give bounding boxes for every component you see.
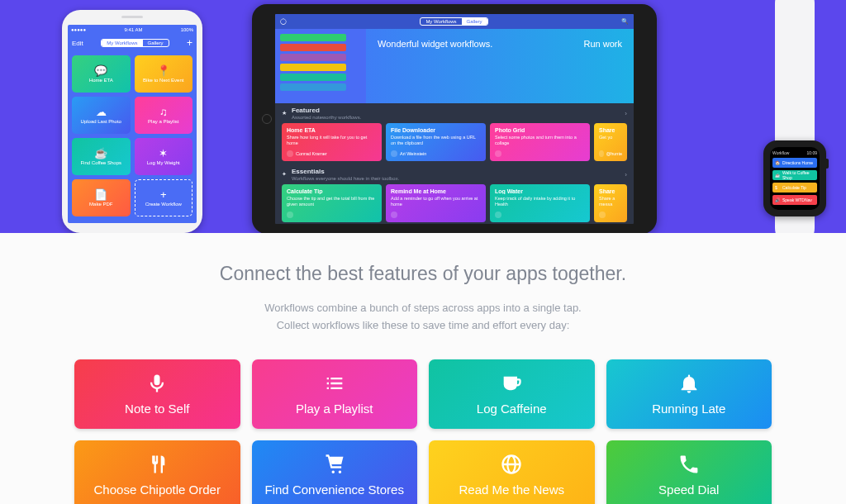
card-desc: Share a messa: [599, 196, 622, 207]
ipad-preview-rows: [275, 29, 366, 96]
banner-title: Wonderful widget workflows.: [378, 39, 492, 49]
edit-button[interactable]: Edit: [72, 40, 83, 47]
iphone-screen: ●●●●● 9:41 AM 100% Edit My Workflows Gal…: [68, 25, 197, 223]
iphone-tile[interactable]: 📍Bike to Next Event: [135, 55, 193, 93]
bell-icon: [677, 372, 701, 395]
avatar-icon: [391, 150, 397, 157]
avatar-icon: [599, 150, 604, 157]
watch-row-icon: $: [775, 185, 780, 190]
iphone-segmented-control[interactable]: My Workflows Gallery: [101, 39, 169, 47]
section-icon: ★: [282, 110, 287, 116]
tile-label: Note to Self: [125, 402, 189, 416]
iphone-speaker: [121, 16, 143, 18]
preview-row: [280, 34, 346, 41]
card-title: Home ETA: [287, 127, 377, 133]
iphone-tile[interactable]: 📄Make PDF: [72, 179, 131, 216]
watch-row-icon: 🏠: [775, 160, 780, 165]
workflow-tile[interactable]: Find Convenience Stores: [252, 440, 418, 504]
marketing-heading: Connect the best features of your apps t…: [0, 263, 846, 285]
preview-row: [280, 83, 346, 91]
tab-gallery[interactable]: Gallery: [462, 18, 487, 25]
marketing-subtext: Workflows combine a bunch of steps acros…: [0, 300, 846, 335]
iphone-tile[interactable]: 💬Home ETA: [72, 55, 131, 93]
battery-indicator: 100%: [181, 27, 193, 32]
ipad-segmented-control[interactable]: My Workflows Gallery: [420, 17, 487, 26]
gallery-card[interactable]: Photo Grid Select some photos and turn t…: [490, 123, 590, 161]
gallery-card[interactable]: Share Get yo @hunte: [594, 123, 627, 161]
ipad-banner[interactable]: Wonderful widget workflows. Run work: [366, 29, 634, 103]
gallery-card[interactable]: Calculate Tip Choose the tip and get the…: [282, 184, 382, 222]
workflow-tile[interactable]: Speed Dial: [606, 440, 772, 504]
tile-icon: ☁: [96, 107, 107, 117]
card-title: Share: [599, 188, 622, 194]
workflow-tile[interactable]: Note to Self: [74, 359, 240, 429]
watch-row[interactable]: ☕Walk to Coffee Shop: [772, 170, 817, 180]
watch-row[interactable]: 🔊Speak WTDNav: [772, 195, 817, 205]
watch-row-icon: 🔊: [775, 197, 780, 202]
tile-icon: 💬: [94, 65, 107, 76]
gallery-card[interactable]: Home ETA Share how long it will take for…: [282, 123, 382, 161]
section-title-wrap: Essentials Workflows everyone should hav…: [292, 168, 399, 181]
card-title: Log Water: [495, 188, 585, 194]
gallery-card[interactable]: Log Water Keep track of daily intake by …: [490, 184, 590, 222]
workflow-tile[interactable]: Choose Chipotle Order: [74, 440, 240, 504]
cup-icon: [500, 372, 523, 395]
user-icon[interactable]: ◯: [280, 18, 287, 25]
gallery-card[interactable]: Share Share a messa: [594, 184, 627, 222]
card-title: Share: [599, 127, 622, 133]
search-icon[interactable]: 🔍: [621, 18, 629, 25]
tile-icon: ☕: [94, 148, 107, 159]
card-title: Remind Me at Home: [391, 188, 481, 194]
iphone-workflow-grid: 💬Home ETA📍Bike to Next Event☁Upload Last…: [68, 51, 197, 221]
card-desc: Get yo: [599, 135, 622, 140]
workflow-tile[interactable]: Running Late: [606, 359, 772, 429]
gallery-card[interactable]: File Downloader Download a file from the…: [386, 123, 486, 161]
tab-my-workflows[interactable]: My Workflows: [102, 40, 142, 46]
section-header[interactable]: ★ Featured Assorted noteworthy workflows…: [275, 103, 634, 120]
workflow-tile[interactable]: Log Caffeine: [429, 359, 595, 429]
tile-icon: ✶: [159, 148, 168, 159]
tile-label: Home ETA: [89, 78, 113, 83]
iphone-tile[interactable]: ✶Log My Weight: [135, 138, 193, 175]
avatar-icon: [495, 150, 501, 157]
chevron-right-icon: ›: [625, 171, 627, 178]
ipad-sections: ★ Featured Assorted noteworthy workflows…: [275, 103, 634, 224]
watch-row[interactable]: 🏠Directions Home: [772, 158, 817, 168]
gallery-card[interactable]: Remind Me at Home Add a reminder to go o…: [386, 184, 486, 222]
card-row: Home ETA Share how long it will take for…: [275, 120, 634, 164]
marketing-sub1: Workflows combine a bunch of steps acros…: [264, 302, 581, 314]
workflow-tile[interactable]: Play a Playlist: [252, 359, 418, 429]
ipad-preview: [275, 29, 366, 103]
section-title: Essentials: [292, 168, 325, 175]
card-title: Calculate Tip: [287, 188, 377, 194]
card-desc: Share how long it will take for you to g…: [287, 135, 377, 145]
watch-row-label: Directions Home: [782, 160, 813, 165]
iphone-tile[interactable]: ♫Play a Playlist: [135, 97, 193, 134]
card-footer: [495, 212, 585, 218]
watch-app-title: Workflow: [772, 150, 789, 155]
create-workflow-tile[interactable]: +Create Workflow: [135, 179, 193, 216]
preview-row: [280, 54, 346, 61]
card-desc: Download a file from the web using a URL…: [391, 135, 481, 145]
card-title: Photo Grid: [495, 127, 585, 133]
tile-label: Find Coffee Shops: [80, 160, 121, 165]
carrier-indicator: ●●●●●: [71, 27, 86, 32]
chevron-right-icon: ›: [625, 110, 627, 117]
preview-row: [280, 74, 346, 81]
card-desc: Choose the tip and get the total bill fr…: [287, 196, 377, 207]
add-button[interactable]: +: [187, 37, 192, 49]
card-footer: [599, 212, 622, 218]
watch-screen: Workflow 10:09 🏠Directions Home☕Walk to …: [770, 147, 820, 210]
ipad-banner-row: Wonderful widget workflows. Run work: [275, 29, 634, 103]
tile-icon: 📄: [94, 189, 107, 200]
watch-row-icon: ☕: [775, 173, 780, 178]
tab-gallery[interactable]: Gallery: [143, 40, 169, 46]
workflow-tile[interactable]: Read Me the News: [429, 440, 595, 504]
tab-my-workflows[interactable]: My Workflows: [421, 18, 461, 25]
watch-row[interactable]: $Calculate Tip: [772, 183, 817, 193]
tile-icon: ♫: [159, 107, 168, 117]
card-footer: Ari Weinstein: [391, 150, 481, 157]
section-header[interactable]: ✦ Essentials Workflows everyone should h…: [275, 164, 634, 181]
iphone-tile[interactable]: ☁Upload Last Photo: [72, 97, 131, 134]
iphone-tile[interactable]: ☕Find Coffee Shops: [72, 138, 131, 175]
